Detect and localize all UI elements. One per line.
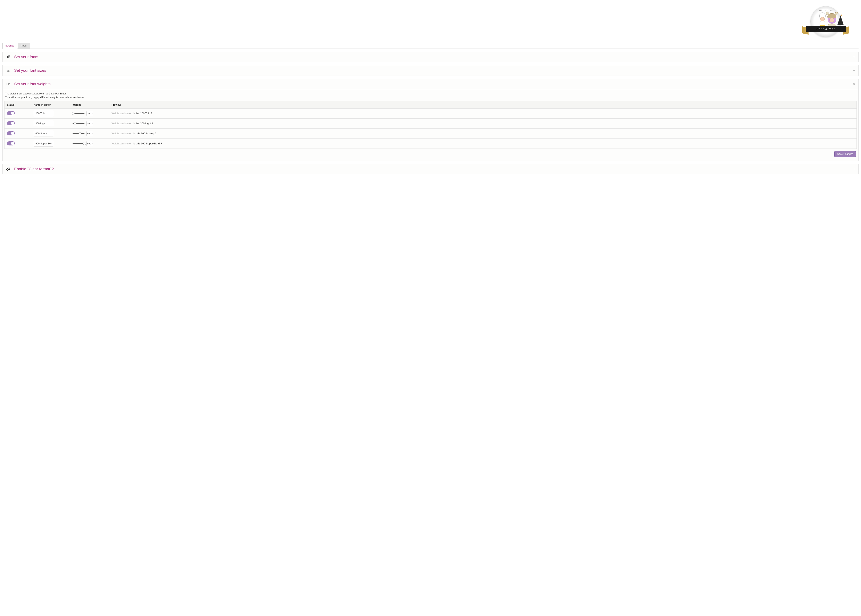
- preview-sample-text: Is this 600 Strong ?: [133, 132, 156, 135]
- weight-number-input[interactable]: 900▴▾: [87, 141, 93, 146]
- panel-set-your-font-sizes: aa Set your font sizes +: [2, 65, 859, 76]
- logo-url-text: kontur.us: [811, 9, 841, 11]
- weight-number-input[interactable]: 300▴▾: [87, 121, 93, 126]
- weights-description-line2: This will allow you, to e.g. apply diffe…: [4, 96, 857, 99]
- panel-set-your-font-weights-header[interactable]: BB Set your font weights ✕: [3, 79, 858, 89]
- font-icon: FF: [6, 55, 11, 59]
- status-toggle[interactable]: [7, 111, 15, 115]
- weights-table: Status Name in editor Weight Preview 200…: [4, 101, 857, 149]
- expand-icon[interactable]: +: [853, 68, 855, 73]
- preview-lead-text: Weight a mintute::: [112, 122, 133, 125]
- weight-number-input[interactable]: 200▴▾: [87, 111, 93, 116]
- panel-enable-clear-format-title: Enable "Clear format"?: [14, 167, 54, 171]
- tab-about[interactable]: About: [18, 42, 30, 49]
- name-in-editor-input[interactable]: [34, 131, 53, 137]
- preview-lead-text: Weight a mintute::: [112, 142, 133, 145]
- font-weight-icon: BB: [6, 82, 11, 86]
- name-in-editor-input[interactable]: [34, 121, 53, 126]
- preview-lead-text: Weight a mintute::: [112, 112, 133, 115]
- panel-set-your-fonts-title: Set your fonts: [14, 55, 38, 59]
- table-row: 300▴▾Weight a mintute:: Is this 300 Ligh…: [5, 119, 857, 129]
- status-toggle[interactable]: [7, 121, 15, 126]
- preview-lead-text: Weight a mintute::: [112, 132, 133, 135]
- status-toggle[interactable]: [7, 131, 15, 135]
- col-header-name: Name in editor: [31, 101, 70, 108]
- panel-set-your-font-weights: BB Set your font weights ✕ The weights w…: [2, 79, 859, 161]
- logo-area: kontur.us ★: [2, 0, 859, 41]
- panel-enable-clear-format-header[interactable]: Enable "Clear format"? +: [3, 164, 858, 174]
- panel-set-your-font-weights-title: Set your font weights: [14, 82, 50, 86]
- collapse-icon[interactable]: ✕: [853, 82, 855, 86]
- weight-slider[interactable]: [72, 133, 85, 134]
- expand-icon[interactable]: +: [853, 55, 855, 59]
- save-changes-button[interactable]: Save Changes: [834, 151, 856, 157]
- panel-set-your-font-sizes-header[interactable]: aa Set your font sizes +: [3, 65, 858, 75]
- col-header-status: Status: [5, 101, 31, 108]
- logo-banner-text: Font-ö-Mat: [806, 26, 846, 32]
- preview-sample-text: Is this 300 Light ?: [133, 122, 153, 125]
- name-in-editor-input[interactable]: [34, 141, 53, 146]
- eraser-icon: [6, 168, 11, 170]
- name-in-editor-input[interactable]: [34, 111, 53, 116]
- font-size-icon: aa: [6, 68, 11, 72]
- col-header-preview: Preview: [109, 101, 857, 108]
- table-row: 900▴▾Weight a mintute:: Is this 900 Supe…: [5, 139, 857, 149]
- table-row: 600▴▾Weight a mintute:: Is this 600 Stro…: [5, 129, 857, 139]
- panel-set-your-fonts: FF Set your fonts +: [2, 52, 859, 62]
- table-row: 200▴▾Weight a mintute:: Is this 200 Thin…: [5, 108, 857, 119]
- panel-set-your-font-sizes-title: Set your font sizes: [14, 68, 46, 73]
- weight-slider[interactable]: [72, 143, 85, 144]
- weights-description-line1: The weights will appear selectable in te…: [4, 92, 857, 95]
- col-header-weight: Weight: [70, 101, 109, 108]
- preview-sample-text: Is this 200 Thin ?: [133, 112, 152, 115]
- tab-settings[interactable]: Settings: [2, 42, 17, 49]
- tabs: Settings About: [2, 42, 859, 49]
- weight-slider[interactable]: [72, 113, 85, 114]
- weight-number-input[interactable]: 600▴▾: [87, 131, 93, 136]
- panel-enable-clear-format: Enable "Clear format"? +: [2, 164, 859, 174]
- panel-set-your-fonts-header[interactable]: FF Set your fonts +: [3, 52, 858, 62]
- divider: [2, 177, 859, 178]
- expand-icon[interactable]: +: [853, 167, 855, 171]
- status-toggle[interactable]: [7, 141, 15, 145]
- weight-slider[interactable]: [72, 123, 85, 124]
- preview-sample-text: Is this 900 Super-Bold ?: [133, 142, 162, 145]
